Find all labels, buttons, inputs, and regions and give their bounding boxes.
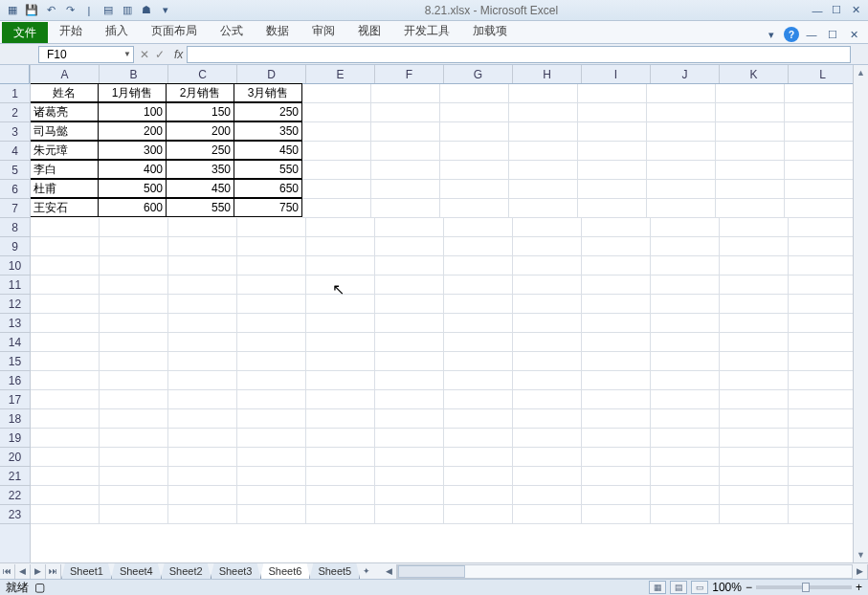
cell[interactable] [720, 505, 789, 524]
cell[interactable] [306, 333, 375, 352]
cell[interactable] [647, 84, 716, 103]
cell[interactable] [168, 371, 237, 390]
cell[interactable] [651, 237, 720, 256]
cell[interactable] [785, 161, 854, 180]
column-header[interactable]: J [651, 65, 720, 83]
cell[interactable] [789, 275, 857, 295]
sheet-tab[interactable]: Sheet5 [309, 563, 360, 580]
sheet-nav-prev-icon[interactable]: ◀ [15, 564, 31, 579]
cell[interactable] [375, 390, 444, 409]
cell[interactable] [716, 161, 785, 180]
cell[interactable] [371, 84, 440, 103]
row-header[interactable]: 1 [0, 84, 30, 103]
cell[interactable] [237, 429, 306, 448]
cell[interactable] [578, 199, 647, 218]
cell[interactable] [582, 275, 651, 295]
row-header[interactable]: 15 [0, 352, 30, 371]
cell[interactable] [237, 333, 306, 352]
cell[interactable] [375, 467, 444, 486]
cell[interactable]: 350 [166, 160, 234, 179]
cell[interactable] [100, 486, 168, 505]
cell[interactable] [237, 448, 306, 467]
cell[interactable] [371, 103, 440, 122]
sheet-tab[interactable]: Sheet6 [260, 563, 311, 580]
cell[interactable]: 王安石 [31, 198, 99, 217]
cell[interactable]: 500 [98, 179, 167, 198]
cell[interactable] [582, 486, 651, 505]
chevron-down-icon[interactable]: ▼ [123, 50, 131, 58]
cell[interactable] [444, 390, 513, 409]
cell[interactable] [720, 390, 789, 409]
scroll-right-icon[interactable]: ▶ [853, 564, 868, 579]
cell[interactable] [720, 237, 789, 256]
tab-data[interactable]: 数据 [255, 19, 300, 43]
cell[interactable] [375, 256, 444, 275]
cell[interactable] [789, 409, 857, 429]
cell[interactable] [371, 142, 440, 161]
cell[interactable] [716, 103, 785, 122]
cell[interactable] [509, 103, 578, 122]
row-header[interactable]: 2 [0, 103, 30, 122]
cell[interactable]: 750 [234, 198, 302, 217]
cell[interactable] [647, 103, 716, 122]
cell[interactable] [789, 448, 857, 467]
row-header[interactable]: 5 [0, 161, 30, 180]
cell[interactable] [440, 122, 509, 142]
cell[interactable] [509, 84, 578, 103]
cell[interactable] [375, 486, 444, 505]
cell[interactable] [789, 333, 857, 352]
restore-window-icon[interactable]: ☐ [824, 26, 841, 43]
cell[interactable] [237, 371, 306, 390]
cell[interactable] [306, 486, 375, 505]
cell[interactable] [513, 256, 582, 275]
cell[interactable] [168, 505, 237, 524]
cell[interactable] [444, 505, 513, 524]
cell[interactable] [513, 352, 582, 371]
row-header[interactable]: 21 [0, 467, 30, 486]
cell[interactable] [100, 371, 168, 390]
cell[interactable] [444, 333, 513, 352]
cell[interactable]: 3月销售 [234, 83, 302, 102]
cell[interactable] [375, 505, 444, 524]
cell[interactable] [100, 429, 168, 448]
cell[interactable] [375, 237, 444, 256]
cell[interactable] [716, 84, 785, 103]
cell[interactable] [100, 409, 168, 429]
column-header[interactable]: G [444, 65, 513, 83]
cell[interactable] [444, 352, 513, 371]
tab-pagelayout[interactable]: 页面布局 [140, 19, 209, 43]
zoom-knob[interactable] [802, 583, 810, 592]
cell[interactable] [168, 256, 237, 275]
cell[interactable]: 550 [166, 198, 234, 217]
cell[interactable] [513, 486, 582, 505]
cell[interactable]: 550 [234, 160, 302, 179]
cell[interactable] [31, 237, 100, 256]
cell[interactable] [444, 467, 513, 486]
cell[interactable] [716, 142, 785, 161]
tab-formulas[interactable]: 公式 [209, 19, 255, 43]
cell[interactable] [237, 467, 306, 486]
cell[interactable] [720, 256, 789, 275]
cell[interactable]: 杜甫 [31, 179, 99, 198]
row-header[interactable]: 23 [0, 505, 30, 524]
help-icon[interactable]: ? [784, 27, 799, 42]
cell[interactable] [302, 122, 371, 142]
cell[interactable]: 250 [234, 102, 302, 121]
cell[interactable] [306, 409, 375, 429]
cell[interactable]: 650 [234, 179, 302, 198]
cell[interactable] [31, 409, 100, 429]
cell[interactable] [440, 103, 509, 122]
excel-icon[interactable]: ▦ [4, 2, 21, 19]
cell[interactable] [302, 142, 371, 161]
cell[interactable] [513, 390, 582, 409]
cell[interactable] [785, 122, 854, 142]
cell[interactable] [306, 371, 375, 390]
cell[interactable] [785, 142, 854, 161]
cell[interactable] [720, 275, 789, 295]
cell[interactable] [578, 122, 647, 142]
sheet-tab[interactable]: Sheet1 [61, 563, 112, 580]
cell[interactable] [444, 256, 513, 275]
cell[interactable] [444, 295, 513, 314]
tab-home[interactable]: 开始 [48, 19, 94, 43]
more-icon[interactable]: ▾ [157, 2, 174, 19]
